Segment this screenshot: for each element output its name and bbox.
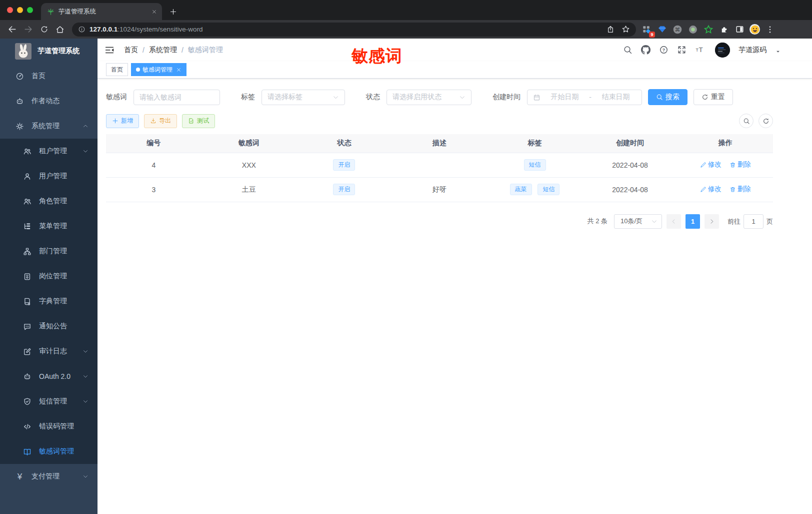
role-icon [23,197,32,206]
address-bar[interactable]: 127.0.0.1:1024/system/sensitive-word [72,23,636,37]
sidebar-item-sms[interactable]: 短信管理 [0,389,98,414]
test-button[interactable]: 测试 [182,114,215,128]
home-button[interactable] [53,23,67,37]
forward-button[interactable] [21,23,35,37]
export-button[interactable]: 导出 [144,114,177,128]
search-button[interactable]: 搜索 [648,89,688,105]
sidebar-filler [0,489,98,514]
extension-green-star-icon[interactable] [703,24,714,35]
cell-created: 2022-04-08 [582,153,678,177]
search-icon [743,118,750,125]
extensions-puzzle-icon[interactable] [718,24,730,35]
sidebar-item-author[interactable]: 作者动态 [0,89,98,114]
sidebar-item-error-code[interactable]: 错误码管理 [0,414,98,439]
page-unit: 页 [766,218,773,225]
refresh-table-button[interactable] [758,114,773,128]
sidebar-item-system[interactable]: 系统管理 [0,114,98,139]
edit-button[interactable]: 修改 [700,185,722,194]
chevron-down-icon [82,148,88,154]
reading-mode-icon[interactable] [734,24,745,35]
keyword-input-wrap [134,90,220,105]
tag-home[interactable]: 首页 [106,63,128,76]
next-page-button[interactable] [704,214,719,229]
red-annotation-text: 敏感词 [352,45,402,68]
sidebar-item-sensitive-word[interactable]: 敏感词管理 [0,439,98,464]
goto-page-input[interactable] [744,214,764,229]
page-size-select[interactable]: 10条/页 [614,214,662,229]
tab-close-icon[interactable] [150,8,158,16]
sidebar-item-pay[interactable]: ¥ 支付管理 [0,464,98,489]
post-icon [23,272,32,281]
add-button[interactable]: 新增 [106,114,139,128]
status-select[interactable]: 请选择启用状态 [386,90,472,105]
profile-emoji-icon[interactable] [750,24,760,35]
breadcrumb-home[interactable]: 首页 [124,46,138,55]
url-text: 127.0.0.1:1024/system/sensitive-word [90,26,601,33]
header-search-icon[interactable] [623,45,632,55]
back-button[interactable] [5,23,19,37]
close-icon[interactable] [176,67,182,73]
sidebar-item-user[interactable]: 用户管理 [0,164,98,189]
url-host: 127.0.0.1 [90,26,118,33]
browser-menu-icon[interactable] [764,24,776,35]
add-button-label: 新增 [121,117,133,125]
help-icon[interactable] [659,45,668,55]
delete-button[interactable]: 删除 [730,160,751,169]
menu-tree-icon [23,222,32,231]
date-range-picker[interactable]: 开始日期 - 结束日期 [527,90,642,105]
maximize-window-button[interactable] [27,7,33,13]
minimize-window-button[interactable] [17,7,23,13]
reload-button[interactable] [37,23,51,37]
github-icon[interactable] [641,45,650,55]
sidebar-item-notice[interactable]: 通知公告 [0,314,98,339]
app-logo-row[interactable]: 芋道管理系统 [0,39,98,64]
sidebar-item-home[interactable]: 首页 [0,64,98,89]
browser-toolbar: 127.0.0.1:1024/system/sensitive-word 9 [0,20,812,39]
edit-button[interactable]: 修改 [700,160,722,169]
extension-grid-icon[interactable]: 9 [641,24,652,35]
sidebar-item-tenant[interactable]: 租户管理 [0,139,98,164]
current-page[interactable]: 1 [686,214,700,229]
cell-created: 2022-04-08 [582,177,678,202]
delete-button[interactable]: 删除 [730,185,751,194]
extension-command-icon[interactable] [672,24,683,35]
share-icon[interactable] [605,26,616,34]
reset-button[interactable]: 重置 [694,89,733,105]
sidebar-item-post[interactable]: 岗位管理 [0,264,98,289]
active-dot [136,68,140,72]
hamburger-icon[interactable] [104,45,115,56]
breadcrumb-system[interactable]: 系统管理 [149,46,177,55]
font-size-icon[interactable] [695,45,704,55]
username[interactable]: 芋道源码 [738,46,766,55]
sidebar-item-label: 敏感词管理 [39,447,74,456]
site-info-icon[interactable] [78,26,86,33]
new-tab-button[interactable] [166,5,180,19]
chevron-down-icon [651,218,658,225]
sidebar-item-audit-log[interactable]: 审计日志 [0,339,98,364]
start-date-placeholder: 开始日期 [544,93,585,102]
extension-gem-icon[interactable] [656,24,668,35]
user-avatar[interactable] [715,43,730,58]
bookmark-star-icon[interactable] [620,25,631,34]
sidebar-item-menu[interactable]: 菜单管理 [0,214,98,239]
prev-page-button[interactable] [666,214,681,229]
sidebar-item-dept[interactable]: 部门管理 [0,239,98,264]
audit-log-icon [23,347,32,356]
extension-record-icon[interactable] [688,24,698,35]
tag-select[interactable]: 请选择标签 [262,90,345,105]
sidebar-item-label: 作者动态 [32,97,60,106]
sidebar-item-role[interactable]: 角色管理 [0,189,98,214]
sidebar-item-label: 用户管理 [39,172,67,181]
close-window-button[interactable] [7,7,13,13]
tag-sensitive-word[interactable]: 敏感词管理 [131,63,186,76]
fullscreen-icon[interactable] [677,45,686,55]
sidebar-item-dict[interactable]: 字典管理 [0,289,98,314]
caret-down-icon[interactable] [775,49,781,55]
table-row: 3 土豆 开启 好呀 蔬菜 短信 2022-04-08 修改 删除 [106,177,773,202]
reset-button-label: 重置 [711,93,725,102]
keyword-input[interactable] [140,93,214,101]
sidebar-item-label: 审计日志 [39,347,67,356]
sidebar-item-oauth[interactable]: OAuth 2.0 [0,364,98,389]
browser-tab[interactable]: 芋道管理系统 [41,3,162,20]
show-search-button[interactable] [739,114,754,128]
